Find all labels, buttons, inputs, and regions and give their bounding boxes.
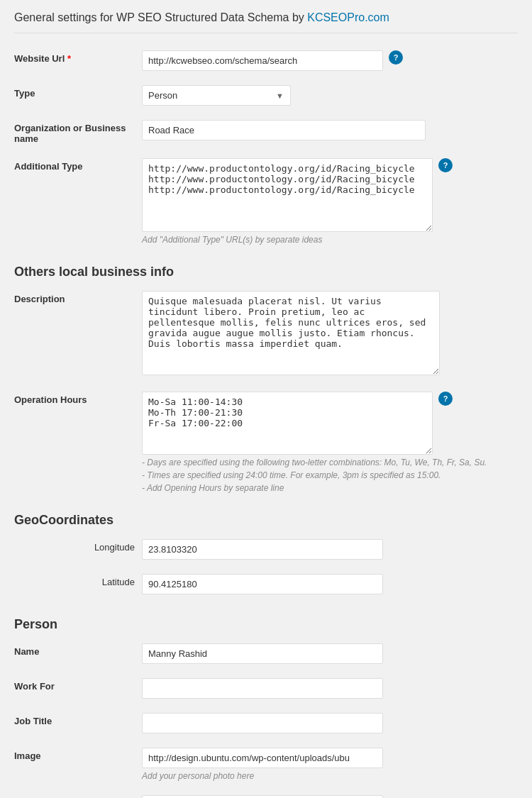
geocoordinates-table: Longitude Latitude xyxy=(14,533,518,603)
page-title: General settings for WP SEO Structured D… xyxy=(14,11,518,33)
website-url-label: Website Url xyxy=(14,53,65,64)
description-label: Description xyxy=(14,294,65,304)
additional-type-hint: Add "Additional Type" URL(s) by separate… xyxy=(142,235,518,245)
latitude-row: Latitude xyxy=(14,568,518,603)
image-row: Image Add your personal photo here xyxy=(14,742,518,789)
longitude-input[interactable] xyxy=(142,539,383,560)
work-for-label: Work For xyxy=(14,681,55,692)
org-name-row: Organization or Business name xyxy=(14,114,518,153)
org-name-input[interactable] xyxy=(142,120,426,140)
website-url-row: Website Url * ? xyxy=(14,45,518,79)
general-settings-table: Website Url * ? Type Person Organization xyxy=(14,45,518,253)
type-label: Type xyxy=(14,88,35,99)
person-description-row: Description xyxy=(14,789,518,798)
local-business-section-header: Others local business info xyxy=(14,265,518,279)
image-hint: Add your personal photo here xyxy=(142,771,518,781)
operation-hours-hint1: - Days are specified using the following… xyxy=(142,458,518,467)
person-section-header: Person xyxy=(14,617,518,632)
geocoordinates-section-header: GeoCoordinates xyxy=(14,513,518,528)
additional-type-field-wrap: http://www.productontology.org/id/Racing… xyxy=(142,158,518,232)
work-for-input[interactable] xyxy=(142,678,383,699)
description-row: Description Quisque malesuada placerat n… xyxy=(14,285,518,386)
additional-type-row: Additional Type http://www.productontolo… xyxy=(14,153,518,253)
image-input[interactable] xyxy=(142,748,383,768)
additional-type-textarea[interactable]: http://www.productontology.org/id/Racing… xyxy=(142,158,433,232)
kcseopro-link[interactable]: KCSEOPro.com xyxy=(307,11,389,23)
additional-type-help-icon[interactable]: ? xyxy=(438,158,453,172)
person-name-input[interactable] xyxy=(142,643,383,664)
job-title-input[interactable] xyxy=(142,713,383,733)
type-select[interactable]: Person Organization Local Business xyxy=(143,86,270,105)
operation-hours-hint3: - Add Opening Hours by separate line xyxy=(142,483,518,493)
additional-type-label: Additional Type xyxy=(14,161,83,172)
latitude-input[interactable] xyxy=(142,574,383,594)
job-title-row: Job Title xyxy=(14,707,518,742)
operation-hours-textarea[interactable]: Mo-Sa 11:00-14:30 Mo-Th 17:00-21:30 Fr-S… xyxy=(142,392,433,455)
description-textarea[interactable]: Quisque malesuada placerat nisl. Ut vari… xyxy=(142,291,440,375)
website-url-help-icon[interactable]: ? xyxy=(389,50,403,65)
operation-hours-row: Operation Hours Mo-Sa 11:00-14:30 Mo-Th … xyxy=(14,386,518,501)
website-url-field-wrap: ? xyxy=(142,50,518,71)
select-arrow-icon: ▼ xyxy=(270,92,289,100)
person-name-row: Name xyxy=(14,638,518,672)
person-table: Name Work For Job Title Image xyxy=(14,638,518,798)
type-select-wrap: Person Organization Local Business ▼ xyxy=(142,85,291,106)
website-url-input[interactable] xyxy=(142,50,383,71)
page-container: General settings for WP SEO Structured D… xyxy=(0,0,532,798)
person-name-label: Name xyxy=(14,646,39,657)
operation-hours-label: Operation Hours xyxy=(14,394,87,405)
local-business-table: Description Quisque malesuada placerat n… xyxy=(14,285,518,501)
latitude-label: Latitude xyxy=(102,577,135,587)
longitude-label: Longitude xyxy=(94,542,135,553)
type-row: Type Person Organization Local Business … xyxy=(14,79,518,114)
org-name-label: Organization or Business name xyxy=(14,123,126,144)
operation-hours-help-icon[interactable]: ? xyxy=(438,392,453,406)
work-for-row: Work For xyxy=(14,672,518,707)
job-title-label: Job Title xyxy=(14,716,52,726)
longitude-row: Longitude xyxy=(14,533,518,568)
image-label: Image xyxy=(14,750,41,761)
operation-hours-hint2: - Times are specified using 24:00 time. … xyxy=(142,470,518,480)
person-description-input[interactable] xyxy=(142,795,383,798)
operation-hours-field-wrap: Mo-Sa 11:00-14:30 Mo-Th 17:00-21:30 Fr-S… xyxy=(142,392,518,455)
